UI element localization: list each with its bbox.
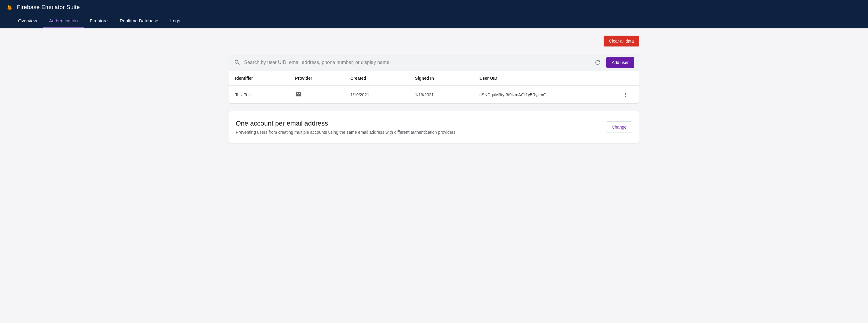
firebase-logo-icon [6,4,13,11]
clear-all-data-button[interactable]: Clear all data [603,36,640,47]
cell-signed-in: 1/19/2021 [415,92,479,97]
cell-provider [295,91,350,98]
col-created: Created [350,76,415,81]
refresh-icon[interactable] [592,57,603,68]
cell-identifier: Test Test [235,92,295,97]
cell-user-uid: cSNDgaM3tyr3t9lzmAGf1y5RyzmG [479,92,618,97]
table-header: Identifier Provider Created Signed In Us… [229,71,639,86]
col-user-uid: User UID [479,76,618,81]
search-bar: Add user [229,54,639,71]
tab-logs[interactable]: Logs [164,14,186,28]
header-top: Firebase Emulator Suite [0,0,868,14]
table-row: Test Test 1/19/2021 1/19/2021 cSNDgaM3ty… [229,86,639,103]
nav-tabs: Overview Authentication Firestore Realti… [0,14,868,28]
users-card: Add user Identifier Provider Created Sig… [229,54,639,104]
users-table: Identifier Provider Created Signed In Us… [229,71,639,103]
tab-authentication[interactable]: Authentication [43,14,84,28]
main-content: Clear all data Add user Identifier Provi… [223,28,645,158]
col-provider: Provider [295,76,350,81]
tab-overview[interactable]: Overview [12,14,43,28]
settings-description: Preventing users from creating multiple … [236,130,599,135]
top-actions: Clear all data [229,36,639,47]
row-more-icon[interactable] [618,92,633,98]
settings-title: One account per email address [236,120,599,127]
app-header: Firebase Emulator Suite Overview Authent… [0,0,868,28]
search-icon [234,59,241,66]
col-signed-in: Signed In [415,76,479,81]
app-title: Firebase Emulator Suite [17,4,80,10]
add-user-button[interactable]: Add user [606,57,634,68]
cell-created: 1/19/2021 [350,92,415,97]
email-icon [295,91,302,97]
settings-text: One account per email address Preventing… [236,120,599,135]
change-button[interactable]: Change [606,121,632,133]
tab-realtime-database[interactable]: Realtime Database [114,14,164,28]
col-identifier: Identifier [235,76,295,81]
account-settings-card: One account per email address Preventing… [229,111,639,143]
tab-firestore[interactable]: Firestore [84,14,114,28]
search-input[interactable] [244,58,589,67]
